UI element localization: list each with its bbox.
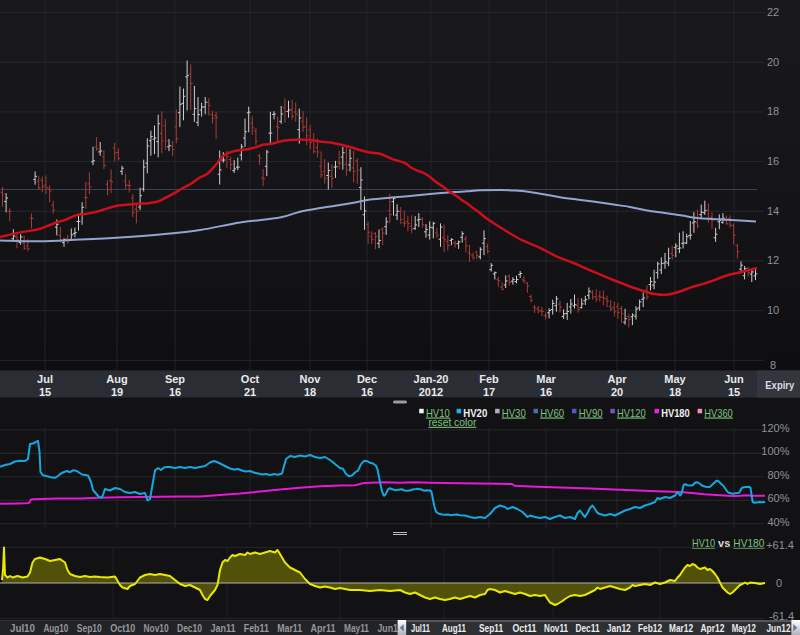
svg-text:Aug11: Aug11 — [442, 622, 466, 634]
svg-text:Nov10: Nov10 — [144, 623, 169, 634]
svg-text:HV60: HV60 — [540, 407, 564, 419]
svg-text:Sep: Sep — [165, 373, 185, 385]
svg-text:Aug10: Aug10 — [43, 623, 68, 634]
svg-text:reset color: reset color — [428, 416, 476, 428]
svg-text:Sep11: Sep11 — [479, 622, 503, 634]
svg-text:Jul11: Jul11 — [411, 622, 430, 634]
svg-text:16: 16 — [767, 155, 779, 167]
svg-text:10: 10 — [767, 304, 779, 316]
svg-text:12: 12 — [767, 254, 779, 266]
svg-text:Aug: Aug — [106, 373, 127, 385]
svg-text:HV30: HV30 — [502, 407, 526, 419]
svg-text:Dec11: Dec11 — [576, 622, 600, 634]
svg-text:May11: May11 — [344, 623, 369, 634]
svg-text:Dec: Dec — [357, 373, 377, 385]
svg-text:15: 15 — [39, 386, 51, 398]
svg-text:Oct10: Oct10 — [110, 623, 135, 634]
svg-text:8: 8 — [770, 359, 776, 371]
svg-text:Mar: Mar — [536, 373, 556, 385]
svg-text:Jul: Jul — [37, 373, 53, 385]
svg-text:0: 0 — [776, 577, 782, 589]
svg-text:14: 14 — [767, 205, 779, 217]
svg-text:120%: 120% — [761, 422, 789, 434]
svg-text:Jun12: Jun12 — [767, 622, 791, 634]
svg-text:16: 16 — [540, 386, 552, 398]
svg-text:May: May — [664, 373, 686, 385]
svg-text:HV90: HV90 — [579, 407, 603, 419]
svg-text:Feb: Feb — [479, 373, 499, 385]
svg-text:Apr12: Apr12 — [701, 622, 725, 634]
svg-text:16: 16 — [169, 386, 181, 398]
svg-text:Nov11: Nov11 — [544, 622, 568, 634]
svg-text:Oct: Oct — [241, 373, 260, 385]
svg-text:2012: 2012 — [419, 386, 443, 398]
svg-text:May12: May12 — [732, 622, 756, 634]
svg-text:Expiry: Expiry — [765, 379, 795, 391]
svg-text:HV180: HV180 — [661, 407, 690, 419]
svg-text:18: 18 — [669, 386, 681, 398]
svg-text:19: 19 — [111, 386, 123, 398]
svg-text:Jul10: Jul10 — [10, 623, 35, 634]
svg-text:15: 15 — [728, 386, 740, 398]
svg-text:20: 20 — [611, 386, 623, 398]
svg-text:Apr: Apr — [608, 373, 628, 385]
svg-text:HV360: HV360 — [704, 407, 733, 419]
svg-text:60%: 60% — [767, 492, 789, 504]
svg-text:Feb11: Feb11 — [244, 623, 269, 634]
svg-text:40%: 40% — [767, 516, 789, 528]
svg-text:22: 22 — [767, 6, 779, 18]
svg-text:20: 20 — [767, 56, 779, 68]
svg-text:Jan11: Jan11 — [210, 623, 235, 634]
svg-text:HV120: HV120 — [617, 407, 646, 419]
svg-text:80%: 80% — [767, 469, 789, 481]
svg-text:Mar12: Mar12 — [669, 622, 693, 634]
svg-text:HV10 vs HV180: HV10 vs HV180 — [692, 537, 764, 549]
svg-text:Mar11: Mar11 — [277, 623, 302, 634]
svg-text:Jan12: Jan12 — [607, 622, 631, 634]
svg-text:Dec10: Dec10 — [177, 623, 202, 634]
svg-text:+61.4: +61.4 — [766, 539, 794, 551]
svg-text:Jun: Jun — [724, 373, 744, 385]
svg-text:17: 17 — [483, 386, 495, 398]
svg-text:Feb12: Feb12 — [638, 622, 662, 634]
svg-text:16: 16 — [361, 386, 373, 398]
svg-text:21: 21 — [244, 386, 256, 398]
svg-text:Jan-20: Jan-20 — [414, 373, 449, 385]
svg-text:Oct11: Oct11 — [513, 622, 537, 634]
svg-text:18: 18 — [304, 386, 316, 398]
svg-text:Apr11: Apr11 — [311, 623, 336, 634]
svg-text:Sep10: Sep10 — [77, 623, 102, 634]
svg-text:18: 18 — [767, 105, 779, 117]
svg-text:100%: 100% — [761, 445, 789, 457]
svg-text:Nov: Nov — [300, 373, 322, 385]
